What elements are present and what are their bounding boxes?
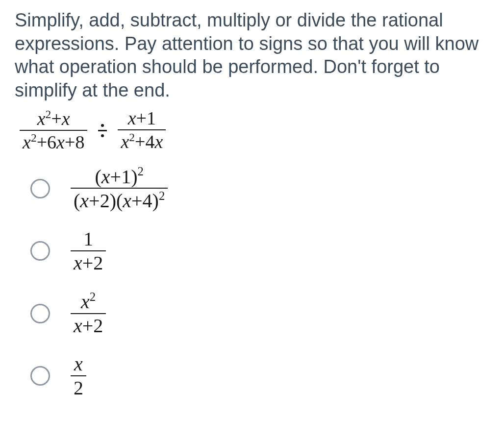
answer-choice[interactable]: x2 x+2	[30, 291, 489, 336]
question-container: Simplify, add, subtract, multiply or div…	[0, 0, 504, 413]
var-x: x	[74, 252, 82, 274]
radio-icon[interactable]	[30, 304, 50, 323]
right-fraction: x+1 x2+4x	[118, 109, 166, 152]
choice-expression: x2 x+2	[71, 291, 106, 336]
answer-choice[interactable]: (x+1)2 (x+2)(x+4)2	[30, 166, 489, 211]
radio-icon[interactable]	[30, 179, 50, 198]
var-x: x	[37, 108, 46, 129]
left-fraction: x2+x x2+6x+8	[20, 109, 87, 152]
choice-expression: 1 x+2	[71, 229, 106, 273]
var-x: x	[123, 190, 131, 212]
var-x: x	[155, 131, 163, 152]
answer-choice[interactable]: x 2	[30, 354, 489, 398]
division-operator-icon	[96, 124, 109, 137]
question-prompt: Simplify, add, subtract, multiply or div…	[15, 9, 489, 102]
answer-choice-list: (x+1)2 (x+2)(x+4)2 1 x+2 x2 x+2	[30, 166, 489, 398]
radio-icon[interactable]	[30, 241, 50, 261]
var-x: x	[23, 132, 31, 152]
choice-expression: (x+1)2 (x+2)(x+4)2	[71, 166, 168, 211]
var-x: x	[62, 108, 70, 129]
var-x: x	[101, 165, 110, 187]
radio-icon[interactable]	[30, 366, 50, 386]
choice-expression: x 2	[71, 354, 86, 398]
var-x: x	[121, 131, 129, 152]
var-x: x	[128, 108, 136, 128]
var-x: x	[74, 315, 82, 337]
problem-expression: x2+x x2+6x+8 x+1 x2+4x	[20, 109, 489, 152]
var-x: x	[80, 190, 89, 212]
var-x: x	[74, 353, 83, 375]
answer-choice[interactable]: 1 x+2	[30, 229, 489, 273]
var-x: x	[56, 132, 65, 152]
var-x: x	[81, 291, 90, 313]
